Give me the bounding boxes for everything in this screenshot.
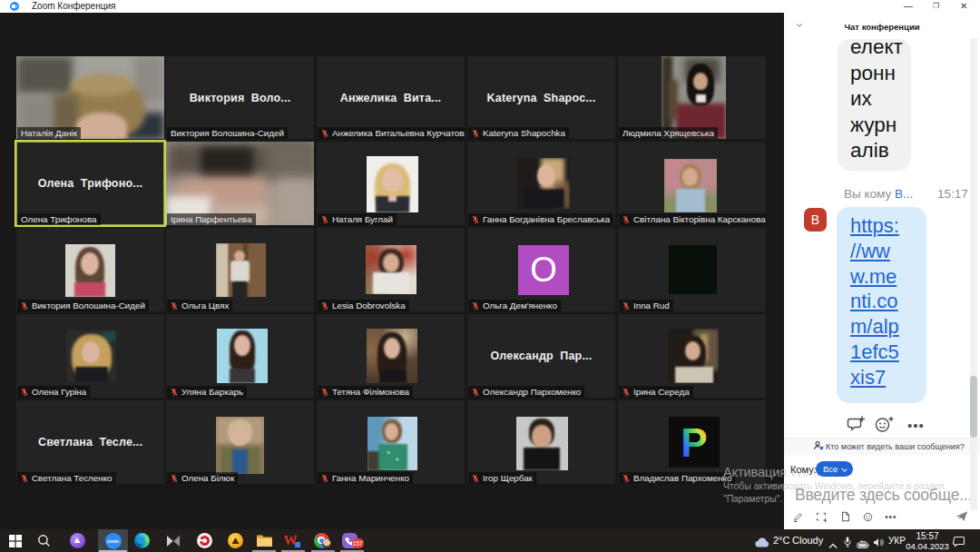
svg-text:P: P xyxy=(681,420,707,464)
